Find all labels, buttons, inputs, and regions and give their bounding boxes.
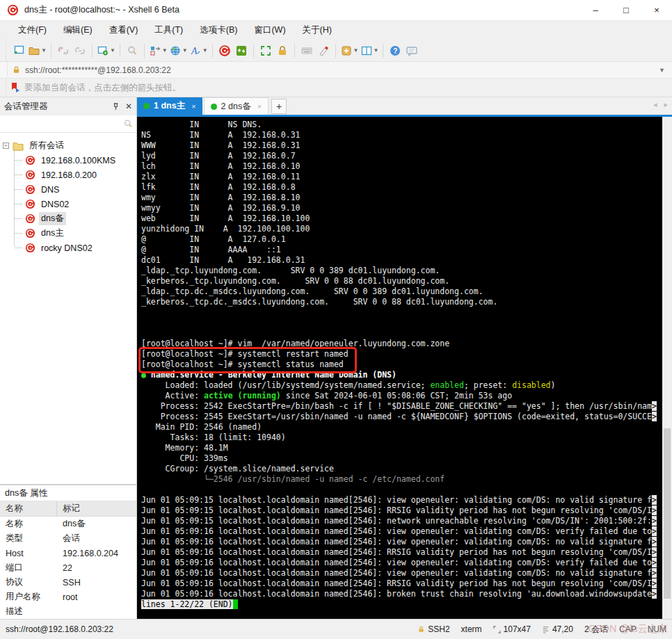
session-label: DNS02 [39,199,71,210]
session-item-rocky-dns02[interactable]: rocky DNS02 [3,241,136,255]
message-button[interactable] [403,42,420,59]
resize-icon [493,626,501,633]
menu-edit[interactable]: 编辑(E) [55,22,101,38]
menu-tools[interactable]: 工具(T) [146,22,191,38]
new-terminal-button[interactable]: ▼ [339,42,360,59]
virtual-keyboard-button[interactable] [298,42,315,59]
address-url[interactable]: ssh://root:***********@192.168.0.203:22 [25,65,171,75]
status-size: 107x47 [493,624,531,634]
compose-bar-icon [149,45,161,57]
web-browser-button[interactable]: ▼ [168,42,189,59]
session-properties-button[interactable]: ▼ [96,42,116,59]
tab-close-icon[interactable]: × [257,102,262,111]
xftp-button[interactable] [233,42,250,59]
lock-screen-button[interactable] [274,42,291,59]
info-bar-grip [4,79,8,97]
split-window-caret-icon[interactable]: ▼ [374,47,379,54]
terminal-output[interactable]: IN NS DNS.NS IN A 192.168.0.31WWW IN A 1… [137,117,662,619]
maximize-button[interactable]: □ [611,0,641,20]
status-protocol: SSH2 [417,624,449,634]
window-title: dns主 - root@localhost:~ - Xshell 6 Beta [24,4,179,16]
open-session-button[interactable]: ▼ [27,42,47,59]
tab-close-icon[interactable]: × [191,102,195,111]
highlight-pen-icon [317,45,330,57]
highlight-button[interactable] [315,42,332,59]
terminal-wrap: IN NS DNS.NS IN A 192.168.0.31WWW IN A 1… [137,117,672,619]
close-panel-icon[interactable]: ✕ [125,102,132,111]
tab-dns-primary[interactable]: 1 dns主 × [137,97,202,115]
session-icon [25,184,35,195]
font-button[interactable]: A ▼ [189,42,209,59]
session-item-dns-primary[interactable]: dns主 [3,226,136,241]
search-icon[interactable] [122,118,134,129]
new-session-button[interactable] [10,42,27,59]
collapse-icon[interactable]: − [3,143,9,149]
session-search-input[interactable] [0,115,136,132]
connected-dot-icon [211,104,217,110]
main-area: 会话管理器 ✕ − 所有会话 192.168.0.100KMS [0,97,672,619]
tab-label: 2 dns备 [221,101,251,113]
close-button[interactable]: × [641,0,672,20]
message-bubble-icon [406,45,418,57]
open-session-caret-icon[interactable]: ▼ [41,47,47,54]
session-item-200[interactable]: 192.168.0.200 [3,168,136,182]
tree-children: 192.168.0.100KMS 192.168.0.200 DNS DNS02… [3,153,136,255]
session-item-kms[interactable]: 192.168.0.100KMS [3,153,136,168]
split-window-button[interactable]: ▼ [360,42,380,59]
properties-title: dns备 属性 [0,485,136,501]
new-tab-button[interactable]: + [271,99,287,114]
pin-icon[interactable] [112,103,120,111]
session-search [0,115,136,133]
prop-value: 22 [57,560,136,575]
address-dropdown-icon[interactable]: ▼ [659,67,666,74]
add-session-flag-icon [10,82,20,93]
tree-root-all-sessions[interactable]: − 所有会话 [3,138,136,153]
session-item-dns02[interactable]: DNS02 [3,197,136,211]
toolbar-grip [4,40,8,61]
properties-col-name: 名称 [0,501,57,517]
menu-tab[interactable]: 选项卡(B) [191,22,246,38]
address-bar[interactable]: ssh://root:***********@192.168.0.203:22 … [0,61,672,78]
cursor-position-icon [542,626,550,633]
tab-dns-backup[interactable]: 2 dns备 × [204,97,269,115]
font-caret-icon[interactable]: ▼ [202,47,208,54]
fullscreen-button[interactable] [257,42,274,59]
compose-bar-caret-icon[interactable]: ▼ [162,47,168,54]
session-item-dns-backup[interactable]: dns备 [3,211,136,226]
session-manager-header: 会话管理器 ✕ [0,97,136,115]
xshell-app-icon [7,4,19,16]
tab-scroll-left-icon[interactable]: ◂ [653,100,657,109]
globe-icon [169,45,182,57]
session-label: 192.168.0.200 [39,170,99,181]
new-terminal-caret-icon[interactable]: ▼ [353,47,359,54]
minimize-button[interactable]: – [580,0,611,20]
xshell-button[interactable] [216,42,233,59]
session-item-dns[interactable]: DNS [3,182,136,197]
reconnect-button[interactable] [72,42,88,59]
new-session-icon [13,45,25,57]
help-button[interactable]: ? [387,42,403,59]
session-tree: − 所有会话 192.168.0.100KMS 192.168.0.200 DN… [0,133,136,484]
compose-bar-button[interactable]: ▼ [148,42,168,59]
menu-view[interactable]: 查看(V) [101,22,147,38]
status-num-lock: NUM [648,624,666,634]
ssh-lock-icon [417,625,425,633]
sidebar: 会话管理器 ✕ − 所有会话 192.168.0.100KMS [0,97,137,619]
session-properties-caret-icon[interactable]: ▼ [110,47,115,54]
scrollbar-thumb[interactable] [664,428,671,599]
menu-about[interactable]: 关于(H) [294,22,340,38]
session-label: 192.168.0.100KMS [39,155,118,166]
disconnect-button[interactable] [55,42,72,59]
menu-window[interactable]: 窗口(W) [246,22,294,38]
content-area: 1 dns主 × 2 dns备 × + ◂ ▸ IN NS DNS.NS IN … [137,97,672,619]
info-bar: 要添加当前会话，点击左侧的箭头按钮。 [0,78,672,97]
menu-file[interactable]: 文件(F) [10,22,55,38]
tab-scroll-right-icon[interactable]: ▸ [664,100,668,109]
prop-value: root [57,590,136,604]
prop-label: 类型 [0,531,57,546]
web-browser-caret-icon[interactable]: ▼ [182,47,188,54]
prop-label: 名称 [0,517,57,531]
toolbar-separator [51,44,51,58]
terminal-scrollbar[interactable] [662,117,672,619]
find-button[interactable] [124,42,141,59]
